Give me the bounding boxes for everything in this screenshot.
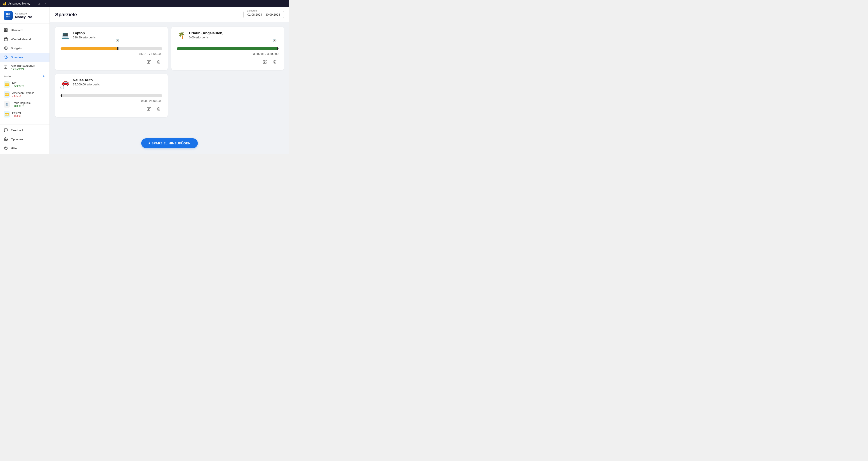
account-amex[interactable]: 💳 American Express - 475,51 [0,90,50,99]
sidebar-bottom: Feedback Optionen [0,124,50,154]
help-icon [4,146,8,151]
gear-icon [4,137,8,142]
laptop-emoji: 💻 [61,31,70,39]
paypal-icon: 💳 [4,111,10,118]
sidebar-item-label: Hilfe [11,147,17,150]
goal-card-laptop: 💻 Laptop 686,90 erforderlich 🕐 [55,27,168,70]
sidebar-item-sparziele[interactable]: Sparziele [0,53,50,62]
progress-bar [177,47,278,50]
sidebar-item-label: Budgets [11,47,22,50]
account-balance: + 8.839,72 [12,104,31,107]
account-name: N26 [12,82,24,85]
account-balance: - 153,98 [12,115,21,117]
progress-fill [61,47,117,50]
account-trade[interactable]: 🏦 Trade Republic + 8.839,72 [0,99,50,110]
svg-rect-2 [6,16,8,18]
window-controls: — □ ✕ [30,1,48,6]
account-n26[interactable]: 💳 N26 + 5.939,70 [0,80,50,90]
progress-container: 🕐 [61,90,162,97]
grid-icon [4,28,8,32]
zeitraum-box: Zeitraum 01.08.2024 – 30.09.2024 [243,11,284,18]
sidebar: Ashampoo Money Pro Übersicht [0,7,50,154]
sidebar-item-budgets[interactable]: Budgets [0,43,50,53]
car-emoji: 🚗 [61,79,70,86]
goal-name: Laptop [73,31,97,35]
progress-values: 863,10 / 1.550,00 [61,52,162,56]
sidebar-item-label: Feedback [11,129,24,132]
goals-grid: 💻 Laptop 686,90 erforderlich 🕐 [55,27,284,70]
delete-goal-button[interactable] [155,58,162,65]
sidebar-item-label: Übersicht [11,28,23,32]
accounts-label: Konten [4,75,12,78]
title-bar-title: Ashampoo Money [8,2,30,5]
maximize-button[interactable]: □ [37,1,41,6]
sidebar-item-wiederkehrend[interactable]: Wiederkehrend [0,35,50,43]
goal-actions [177,58,278,65]
close-button[interactable]: ✕ [43,1,48,6]
goal-header: 🌴 Urlaub (Abgelaufen) 0,00 erforderlich [177,31,278,39]
progress-container: 🕐 [61,43,162,50]
svg-rect-4 [4,28,5,30]
add-goal-button[interactable]: + SPARZIEL HINZUFÜGEN [141,138,198,148]
sigma-icon [4,65,8,69]
title-bar: 💰 Ashampoo Money — □ ✕ [0,0,289,7]
svg-rect-6 [4,31,5,32]
goal-actions [61,58,162,65]
goal-required: 686,90 erforderlich [73,36,97,39]
sidebar-item-hilfe[interactable]: Hilfe [0,144,50,153]
app-layout: Ashampoo Money Pro Übersicht [0,7,289,154]
progress-fill [177,47,278,50]
urlaub-emoji: 🌴 [177,31,186,39]
progress-marker [277,47,278,50]
progress-marker [61,94,62,97]
goal-title-area: Laptop 686,90 erforderlich [73,31,97,39]
progress-container: 🕐 [177,43,278,50]
trade-icon: 🏦 [4,101,10,107]
progress-values: 3.382,81 / 3.300,00 [177,52,278,56]
goals-content: 💻 Laptop 686,90 erforderlich 🕐 [50,22,289,154]
edit-goal-button[interactable] [261,58,269,65]
progress-bar [61,94,162,97]
minimize-button[interactable]: — [30,1,35,6]
goal-required: 25.000,00 erforderlich [73,83,101,86]
sidebar-item-optionen[interactable]: Optionen [0,135,50,144]
account-balance: + 5.939,70 [12,85,24,88]
account-name: Trade Republic [12,101,31,104]
sidebar-item-label: Optionen [11,137,23,141]
svg-rect-1 [8,13,10,15]
sidebar-item-uebersicht[interactable]: Übersicht [0,26,50,35]
progress-marker [117,47,119,50]
title-bar-icon: 💰 [3,2,6,5]
svg-rect-5 [6,28,7,30]
goal-name: Neues Auto [73,78,101,82]
zeitraum-value: 01.08.2024 – 30.09.2024 [247,13,280,16]
svg-point-15 [5,139,6,140]
transaction-label: Alle Transaktionen [11,64,35,67]
edit-goal-button[interactable] [145,105,152,113]
edit-goal-button[interactable] [145,58,152,65]
logo-text: Ashampoo Money Pro [15,12,32,19]
amex-icon: 💳 [4,91,10,98]
account-paypal[interactable]: 💳 PayPal - 153,98 [0,110,50,119]
add-account-button[interactable]: + [41,74,46,79]
account-name: American Express [12,92,34,95]
account-balance: - 475,51 [12,95,34,97]
delete-goal-button[interactable] [155,105,162,113]
transaction-value: + 14.149,93 [11,67,35,70]
empty-slot [171,74,284,117]
goal-header: 🚗 Neues Auto 25.000,00 erforderlich [61,78,162,86]
sidebar-item-feedback[interactable]: Feedback [0,126,50,135]
logo-product: Money Pro [15,15,32,19]
svg-point-14 [6,56,7,57]
accounts-header: Konten + [0,72,50,80]
svg-rect-8 [4,38,7,41]
sidebar-item-label: Wiederkehrend [11,37,31,41]
progress-values: 0,00 / 25.000,00 [61,99,162,102]
sidebar-item-transaktionen[interactable]: Alle Transaktionen + 14.149,93 [0,62,50,72]
goal-card-neuesauto: 🚗 Neues Auto 25.000,00 erforderlich 🕐 [55,74,168,117]
main-header: Sparziele Zeitraum 01.08.2024 – 30.09.20… [50,7,289,22]
delete-goal-button[interactable] [271,58,278,65]
logo-icon [4,11,13,20]
dollar-icon [4,46,8,51]
calendar-icon [4,37,8,41]
